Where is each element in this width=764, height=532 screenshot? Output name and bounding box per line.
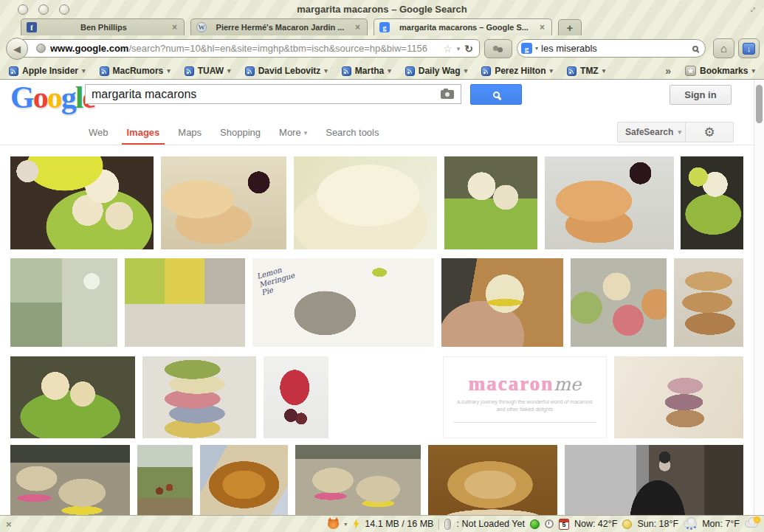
nav-maps[interactable]: Maps — [178, 120, 202, 145]
bookmarks-folder[interactable]: ★ Bookmarks ▾ — [685, 66, 755, 76]
image-result[interactable] — [444, 156, 537, 249]
bookmark-tuaw[interactable]: TUAW ▾ — [185, 66, 231, 76]
image-result[interactable] — [545, 156, 674, 249]
image-result[interactable] — [441, 258, 563, 347]
page-scrollbar[interactable] — [754, 80, 764, 515]
google-search-input[interactable] — [86, 88, 441, 101]
image-result[interactable]: Lemon Meringue Pie — [252, 258, 434, 347]
handwritten-label: Lemon Meringue Pie — [255, 260, 308, 297]
results-row-4 — [0, 445, 754, 515]
image-result[interactable] — [264, 356, 328, 438]
bookmarks-overflow-chevron[interactable]: » — [665, 65, 671, 77]
results-row-3: macaron me a culinary journey through th… — [0, 356, 754, 438]
chevron-down-icon[interactable]: ▾ — [344, 521, 347, 528]
google-search-button[interactable] — [470, 84, 522, 105]
image-result[interactable] — [161, 156, 286, 249]
bookmark-david-lebovitz[interactable]: David Lebovitz ▾ — [245, 66, 328, 76]
sign-in-button[interactable]: Sign in — [670, 85, 732, 105]
bookmark-martha[interactable]: Martha ▾ — [342, 66, 391, 76]
clock-icon[interactable] — [545, 519, 554, 528]
statusbar-close-icon[interactable]: × — [6, 519, 12, 530]
title-bar[interactable]: margarita macarons – Google Search ↔ — [0, 0, 764, 18]
downloads-button[interactable]: ↓ — [738, 38, 760, 58]
bookmark-dropdown-icon[interactable]: ▾ — [227, 67, 231, 75]
sun-cloud-icon — [745, 520, 758, 528]
rss-icon — [245, 66, 255, 76]
nav-more[interactable]: More▾ — [279, 120, 307, 145]
image-result[interactable] — [336, 356, 436, 438]
settings-gear-button[interactable]: ⚙ — [685, 122, 734, 142]
home-button[interactable]: ⌂ — [713, 38, 734, 58]
image-result[interactable] — [674, 258, 743, 347]
green-status-orb-icon[interactable] — [530, 519, 540, 529]
bookmark-dropdown-icon[interactable]: ▾ — [464, 67, 468, 75]
bookmark-tmz[interactable]: TMZ ▾ — [567, 66, 605, 76]
nav-search-tools[interactable]: Search tools — [326, 120, 379, 145]
image-result[interactable] — [10, 156, 154, 249]
image-result[interactable] — [10, 258, 117, 347]
back-button[interactable]: ◀ — [6, 38, 28, 60]
bookmark-dropdown-icon[interactable]: ▾ — [751, 67, 755, 75]
scrollbar-thumb[interactable] — [756, 85, 763, 123]
new-tab-button[interactable]: + — [558, 19, 582, 35]
tab-close-icon[interactable]: × — [354, 22, 362, 32]
weather-now[interactable]: Now: 42°F — [574, 519, 618, 529]
bookmark-macrumors[interactable]: MacRumors ▾ — [100, 66, 171, 76]
url-dropdown-icon[interactable]: ▾ — [457, 45, 461, 52]
reload-icon[interactable]: ↻ — [464, 43, 473, 55]
bookmark-star-icon[interactable]: ☆ — [443, 43, 452, 55]
browser-search-input[interactable] — [541, 43, 689, 54]
calendar-icon[interactable]: 5 — [559, 519, 569, 530]
image-result[interactable] — [125, 258, 245, 347]
tab-close-icon[interactable]: × — [538, 22, 546, 32]
bookmark-dropdown-icon[interactable]: ▾ — [82, 67, 86, 75]
search-magnifier-icon[interactable] — [692, 46, 698, 52]
addon-button[interactable] — [484, 39, 512, 58]
url-bar[interactable]: www.google.com/search?num=10&hl=en&site=… — [16, 39, 480, 58]
engine-dropdown-icon[interactable]: ▾ — [535, 45, 538, 52]
image-result[interactable] — [681, 156, 743, 249]
google-engine-icon[interactable]: g — [521, 43, 532, 54]
nav-shopping[interactable]: Shopping — [220, 120, 261, 145]
nav-web[interactable]: Web — [89, 120, 109, 145]
nav-images-active[interactable]: Images — [127, 120, 160, 145]
image-result[interactable] — [10, 445, 130, 515]
bookmark-dropdown-icon[interactable]: ▾ — [324, 67, 328, 75]
image-result[interactable] — [571, 258, 667, 347]
image-result-macaron-me[interactable]: macaron me a culinary journey through th… — [443, 356, 607, 438]
fox-addon-icon[interactable] — [328, 519, 339, 529]
bookmark-perez-hilton[interactable]: Perez Hilton ▾ — [481, 66, 553, 76]
weather-monday[interactable]: Mon: 7°F — [702, 519, 740, 529]
weather-sunday[interactable]: Sun: 18°F — [637, 519, 678, 529]
google-search-box[interactable] — [85, 84, 461, 104]
bookmark-daily-wag[interactable]: Daily Wag ▾ — [405, 66, 467, 76]
lightning-bolt-icon[interactable] — [352, 519, 359, 530]
rss-icon — [567, 66, 577, 76]
image-result[interactable] — [295, 445, 421, 515]
bookmark-dropdown-icon[interactable]: ▾ — [167, 67, 171, 75]
tab-ben-phillips[interactable]: f Ben Phillips × — [21, 18, 185, 35]
bookmarks-bar: Apple Insider ▾ MacRumors ▾ TUAW ▾ David… — [0, 62, 764, 80]
image-result[interactable] — [565, 445, 743, 515]
memory-usage: 14.1 MB / 16 MB — [365, 519, 433, 529]
safesearch-button[interactable]: SafeSearch ▾ — [617, 122, 689, 142]
image-result[interactable] — [294, 156, 437, 249]
tab-close-icon[interactable]: × — [171, 22, 179, 32]
image-result[interactable] — [10, 356, 135, 438]
browser-search-field[interactable]: g ▾ — [517, 39, 706, 58]
tab-google-search-active[interactable]: g margarita macarons – Google S... × — [374, 18, 552, 35]
bookmark-dropdown-icon[interactable]: ▾ — [388, 67, 391, 75]
image-result[interactable] — [428, 445, 557, 515]
bookmark-apple-insider[interactable]: Apple Insider ▾ — [9, 66, 86, 76]
header-divider — [0, 145, 754, 145]
bookmark-dropdown-icon[interactable]: ▾ — [602, 67, 606, 75]
image-result[interactable] — [142, 356, 256, 438]
image-result[interactable] — [137, 445, 193, 515]
bookmark-dropdown-icon[interactable]: ▾ — [550, 67, 554, 75]
google-logo: Google — [10, 80, 94, 115]
image-result[interactable] — [200, 445, 288, 515]
search-by-image-camera-icon[interactable] — [441, 90, 454, 99]
flash-block-icon[interactable] — [444, 519, 451, 530]
tab-pierre-herme[interactable]: W Pierre Hermé's Macaron Jardin ... × — [190, 18, 368, 35]
image-result[interactable] — [614, 356, 743, 438]
